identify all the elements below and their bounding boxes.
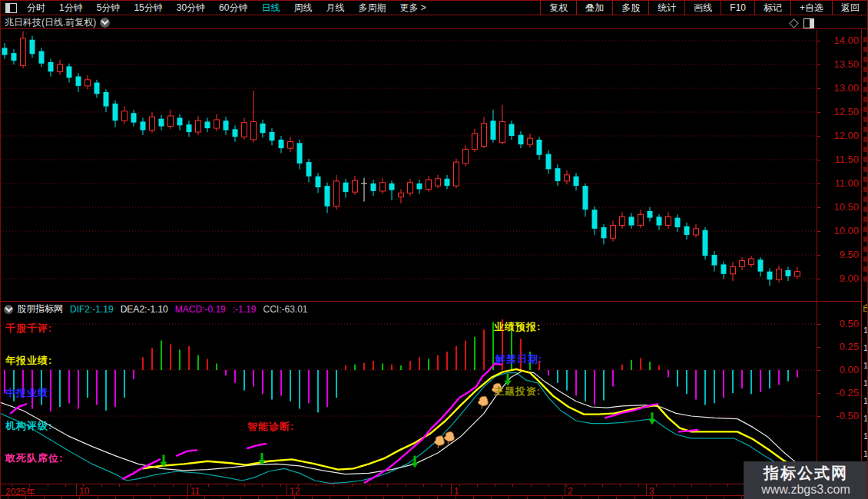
watermark-url: www.zbgs3.com xyxy=(761,482,850,497)
menu-item-tool[interactable]: 多股 xyxy=(612,1,648,15)
indicator-axis-label: 0.50 xyxy=(819,319,859,329)
chevron-down-icon[interactable] xyxy=(4,305,13,314)
indicator-text-label: 智能诊断: xyxy=(247,420,294,434)
menu-item-period[interactable]: 月线 xyxy=(319,1,351,15)
price-axis-label: 9.50 xyxy=(819,250,859,260)
menu-item-period[interactable]: 分时 xyxy=(20,1,52,15)
price-axis-label: 13.50 xyxy=(819,59,859,70)
indicator-axis-label: -0.50 xyxy=(819,411,859,421)
menu-item-tool[interactable]: F10 xyxy=(721,1,754,15)
tools-menu: 复权叠加多股统计画线F10标记+自选返回 xyxy=(540,1,868,15)
menu-item-period[interactable]: 日线 xyxy=(254,1,287,15)
menu-item-period[interactable]: 5分钟 xyxy=(90,1,128,15)
indicator-text-label: 主题投资: xyxy=(494,385,541,398)
price-axis-label: 9.00 xyxy=(819,273,859,284)
titlebar: 兆日科技(日线.前复权) xyxy=(0,16,868,29)
indicator-axis-label: 0.25 xyxy=(819,342,859,352)
indicator-chart[interactable] xyxy=(0,316,816,484)
indicator-text-label: 年报业绩: xyxy=(5,354,52,368)
price-axis-label: 10.50 xyxy=(819,202,859,213)
indicator-value: CCI:-63.01 xyxy=(263,304,307,315)
indicator-axis-label: 0.00 xyxy=(819,365,859,375)
menu-item-period[interactable]: 15分钟 xyxy=(127,1,169,15)
price-axis-line xyxy=(817,30,817,496)
price-axis-label: 13.00 xyxy=(819,83,859,94)
layout-split-icon[interactable] xyxy=(5,3,17,13)
chevron-down-icon[interactable] xyxy=(100,18,110,28)
chart-title: 兆日科技(日线.前复权) xyxy=(0,16,96,29)
thumb-hand-icon xyxy=(477,395,489,409)
indicator-text-label: 千股千评: xyxy=(5,322,52,335)
timeline-month-label: 11 xyxy=(190,486,200,497)
panel-separator[interactable] xyxy=(0,301,868,302)
menubar: 分时1分钟5分钟15分钟30分钟60分钟日线周线月线多周期更多 > 复权叠加多股… xyxy=(0,0,868,15)
menu-item-tool[interactable]: 叠加 xyxy=(576,1,612,15)
menu-item-tool[interactable]: 复权 xyxy=(540,1,576,15)
menu-item-tool[interactable]: +自选 xyxy=(790,1,832,15)
indicator-axis-label: -0.25 xyxy=(819,388,859,398)
sell-arrow-icon xyxy=(649,412,656,425)
indicator-value: DEA2:-1.10 xyxy=(121,304,168,315)
indicator-values: DIF2:-1.19DEA2:-1.10MACD:-0.19:-1.19CCI:… xyxy=(63,304,308,315)
indicator-value: DIF2:-1.19 xyxy=(70,304,114,315)
price-axis-label: 12.00 xyxy=(819,131,859,141)
menu-item-tool[interactable]: 画线 xyxy=(684,1,721,15)
sell-arrow-icon xyxy=(412,456,419,468)
thumb-hand-icon xyxy=(443,431,456,445)
menu-item-tool[interactable]: 标记 xyxy=(754,1,790,15)
menu-item-period[interactable]: 更多 > xyxy=(393,1,432,15)
price-axis-label: 14.00 xyxy=(819,35,859,46)
timeline-month-label: 10 xyxy=(79,486,89,497)
timeline-month-label: 3 xyxy=(649,486,654,497)
menu-item-period[interactable]: 60分钟 xyxy=(212,1,254,15)
menu-item-tool[interactable]: 返回 xyxy=(832,1,868,15)
watermark-site-name: 指标公式网 xyxy=(764,464,848,482)
indicator-value: MACD:-0.19 xyxy=(175,304,226,315)
indicator-text-label: 敢死队席位: xyxy=(5,451,63,465)
watermark: 指标公式网 www.zbgs3.com xyxy=(744,461,868,499)
price-axis-label: 12.50 xyxy=(819,107,859,117)
indicator-text-label: 业绩预报: xyxy=(494,320,541,334)
indicator-header: 股朋指标网 DIF2:-1.19DEA2:-1.10MACD:-0.19:-1.… xyxy=(0,302,814,316)
indicator-value: :-1.19 xyxy=(233,304,257,315)
panel-toggle-icon[interactable] xyxy=(803,18,814,28)
price-axis-label: 11.00 xyxy=(819,178,859,189)
indicator-source: 股朋指标网 xyxy=(17,302,63,316)
kline-chart[interactable] xyxy=(0,30,816,301)
thumb-hand-icon xyxy=(433,435,446,449)
menu-item-period[interactable]: 1分钟 xyxy=(52,1,90,15)
indicator-text-label: 中报业绩: xyxy=(5,386,52,400)
menu-item-period[interactable]: 周线 xyxy=(287,1,319,15)
price-axis-label: 11.50 xyxy=(819,154,859,165)
diamond-icon[interactable] xyxy=(789,18,799,28)
menu-item-tool[interactable]: 统计 xyxy=(648,1,684,15)
timeline-month-label: 1 xyxy=(454,486,459,497)
period-menu: 分时1分钟5分钟15分钟30分钟60分钟日线周线月线多周期更多 > xyxy=(20,1,433,15)
indicator-text-label: 解禁日期: xyxy=(495,352,542,366)
timeline[interactable]: 2025年 101112123 xyxy=(0,484,868,496)
price-axis-label: 10.00 xyxy=(819,226,859,236)
menu-item-period[interactable]: 30分钟 xyxy=(170,1,212,15)
menu-item-period[interactable]: 多周期 xyxy=(351,1,393,15)
indicator-text-label: 机构评级: xyxy=(5,419,52,433)
stock-trading-app: 分时1分钟5分钟15分钟30分钟60分钟日线周线月线多周期更多 > 复权叠加多股… xyxy=(0,0,868,499)
timeline-month-label: 12 xyxy=(290,486,300,497)
timeline-month-label: 2 xyxy=(568,486,573,497)
